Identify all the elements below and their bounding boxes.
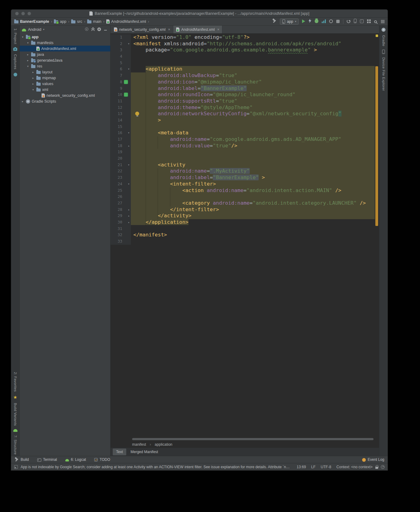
fold-open-marker[interactable]: ▾ bbox=[127, 41, 131, 47]
code-line[interactable]: 28▴ </intent-filter> bbox=[111, 207, 379, 213]
run-configuration-select[interactable]: app▾ bbox=[280, 18, 299, 25]
tool-window-button-captures[interactable]: Captures bbox=[14, 54, 17, 69]
tree-item-layout[interactable]: ▸layout bbox=[20, 69, 110, 75]
hide-button[interactable] bbox=[104, 27, 108, 32]
tree-item-gradle-scripts[interactable]: ▸Gradle Scripts bbox=[20, 98, 110, 104]
fold-open-marker[interactable]: ▾ bbox=[127, 66, 131, 72]
attach-debugger-button[interactable] bbox=[329, 19, 333, 24]
device-phone-icon[interactable] bbox=[382, 50, 385, 54]
tool-window-button-todo[interactable]: TODO bbox=[94, 457, 110, 462]
caret-position[interactable]: 13:69 bbox=[297, 465, 306, 469]
captures-icon[interactable] bbox=[13, 48, 17, 51]
tree-item-xml[interactable]: ▾xml bbox=[20, 87, 110, 92]
code-line[interactable]: 26 bbox=[111, 194, 379, 200]
code-line[interactable]: 12 android:theme="@style/AppTheme" bbox=[111, 104, 379, 111]
tree-item-generatedjava[interactable]: ▸generatedJava bbox=[20, 57, 110, 63]
editor[interactable]: 1<?xml version="1.0" encoding="utf-8"?>2… bbox=[111, 34, 379, 441]
tree-expanded-arrow[interactable]: ▾ bbox=[26, 41, 30, 44]
android-profiler-icon[interactable] bbox=[14, 73, 17, 76]
code-line[interactable]: 22 android:name=".MyActivity" bbox=[111, 168, 379, 174]
inspections-status-icon[interactable] bbox=[376, 35, 378, 37]
code-line[interactable]: 10 android:roundIcon="@mipmap/ic_launche… bbox=[111, 92, 379, 98]
launcher-icon-preview[interactable] bbox=[124, 80, 128, 84]
code-line[interactable]: 6▾ <application bbox=[111, 66, 379, 72]
tool-window-button-6-logcat[interactable]: 6: Logcat bbox=[65, 457, 86, 462]
tree-item-values[interactable]: ▸values bbox=[20, 81, 110, 87]
lock-icon[interactable] bbox=[375, 467, 378, 469]
code-line[interactable]: 11 android:supportsRtl="true" bbox=[111, 98, 379, 104]
code-line[interactable]: 8 android:icon="@mipmap/ic_launcher" bbox=[111, 79, 379, 85]
context-indicator[interactable]: Context: <no context> bbox=[337, 465, 373, 469]
debug-button[interactable] bbox=[315, 19, 318, 24]
avd-manager-button[interactable] bbox=[354, 19, 357, 24]
title-bar[interactable]: BannerExample [~/src/github/android-exam… bbox=[11, 10, 388, 18]
fold-open-marker[interactable]: ▾ bbox=[127, 162, 131, 168]
horizontal-scrollbar[interactable] bbox=[132, 438, 374, 440]
code-line[interactable]: 31 bbox=[111, 226, 379, 232]
breadcrumb-androidmanifest-xml[interactable]: AndroidManifest.xml bbox=[106, 19, 146, 24]
tab-androidmanifest-xml[interactable]: AndroidManifest.xml× bbox=[173, 26, 223, 33]
tree-collapsed-arrow[interactable]: ▸ bbox=[21, 100, 24, 103]
sdk-manager-button[interactable] bbox=[360, 19, 364, 24]
tree-collapsed-arrow[interactable]: ▸ bbox=[31, 82, 35, 85]
tool-window-button-build-variants[interactable]: Build Variants bbox=[14, 403, 17, 426]
inspections-profile-icon[interactable] bbox=[381, 465, 385, 469]
locate-button[interactable] bbox=[85, 27, 88, 32]
tree-expanded-arrow[interactable]: ▾ bbox=[21, 35, 24, 39]
encoding-indicator[interactable]: UTF-8 bbox=[321, 465, 331, 469]
run-button[interactable] bbox=[302, 19, 305, 24]
tree-item-androidmanifest-xml[interactable]: AndroidManifest.xml bbox=[20, 46, 110, 51]
code-line[interactable]: 29▴ </activity> bbox=[111, 213, 379, 219]
tree-item-app[interactable]: ▾app bbox=[20, 34, 110, 40]
code-line[interactable]: 20 bbox=[111, 155, 379, 162]
project-view-selector[interactable]: Android bbox=[28, 27, 41, 32]
fold-open-marker[interactable]: ▾ bbox=[127, 130, 131, 136]
code-line[interactable]: 14 > bbox=[111, 117, 379, 124]
close-tab-icon[interactable]: × bbox=[217, 27, 219, 32]
view-tab-text[interactable]: Text bbox=[113, 449, 126, 455]
tree-expanded-arrow[interactable]: ▾ bbox=[26, 65, 30, 68]
tool-window-button-2-favorites[interactable]: 2: Favorites bbox=[14, 372, 17, 392]
view-tab-merged-manifest[interactable]: Merged Manifest bbox=[127, 449, 161, 455]
tree-collapsed-arrow[interactable]: ▸ bbox=[26, 59, 30, 62]
code-line[interactable]: 16▾ <meta-data bbox=[111, 130, 379, 136]
apply-changes-button[interactable] bbox=[309, 19, 311, 24]
code-line[interactable]: 1<?xml version="1.0" encoding="utf-8"?> bbox=[111, 34, 379, 41]
build-hammer-button[interactable] bbox=[272, 19, 277, 24]
code-line[interactable]: 27 <category android:name="android.inten… bbox=[111, 200, 379, 207]
code-line[interactable]: 18▴ android:value="true"/> bbox=[111, 143, 379, 149]
code-line[interactable]: 13 android:networkSecurityConfig="@xml/n… bbox=[111, 111, 379, 117]
breadcrumb-application[interactable]: application bbox=[155, 442, 172, 447]
search-everywhere-button[interactable] bbox=[374, 19, 378, 24]
tree-item-res[interactable]: ▾res bbox=[20, 63, 110, 69]
tool-window-button-device-file-explorer[interactable]: Device File Explorer bbox=[382, 57, 386, 91]
code-line[interactable]: 19 bbox=[111, 149, 379, 155]
code-line[interactable]: 2▾<manifest xmlns:android="http://schema… bbox=[111, 41, 379, 47]
settings-button[interactable] bbox=[97, 27, 101, 32]
code-line[interactable]: 15 bbox=[111, 124, 379, 130]
code-line[interactable]: 23 android:label="BannerExample" > bbox=[111, 174, 379, 181]
code-line[interactable]: 17 android:name="com.google.android.gms.… bbox=[111, 136, 379, 143]
breadcrumb-main[interactable]: main bbox=[87, 19, 101, 24]
tool-window-button-terminal[interactable]: Terminal bbox=[37, 457, 57, 462]
tool-window-switcher-icon[interactable] bbox=[14, 465, 18, 469]
code-line[interactable]: 3 package="com.google.android.gms.exampl… bbox=[111, 47, 379, 53]
layout-grid-button[interactable] bbox=[367, 19, 371, 24]
minimize-window-button[interactable] bbox=[21, 12, 25, 15]
build-variants-android-icon[interactable] bbox=[13, 429, 18, 432]
stop-button[interactable] bbox=[336, 19, 340, 24]
tab-network-security-config-xml[interactable]: network_security_config.xml× bbox=[111, 26, 173, 33]
code-line[interactable]: 25 <action android:name="android.intent.… bbox=[111, 187, 379, 194]
breadcrumb-bannerexample[interactable]: BannerExample bbox=[14, 19, 49, 24]
tool-window-button-event-log[interactable]: Event Log bbox=[362, 457, 384, 462]
code-line[interactable]: 30▴ </application> bbox=[111, 219, 379, 226]
close-tab-icon[interactable]: × bbox=[168, 27, 170, 32]
tree-expanded-arrow[interactable]: ▾ bbox=[31, 88, 35, 91]
zoom-window-button[interactable] bbox=[27, 12, 31, 15]
fold-close-marker[interactable]: ▴ bbox=[127, 219, 131, 226]
gradle-sync-button[interactable] bbox=[347, 19, 350, 24]
code-line[interactable]: 5 bbox=[111, 60, 379, 66]
code-line[interactable]: 24▾ <intent-filter> bbox=[111, 181, 379, 187]
close-window-button[interactable] bbox=[15, 12, 19, 15]
tree-collapsed-arrow[interactable]: ▸ bbox=[26, 53, 30, 56]
